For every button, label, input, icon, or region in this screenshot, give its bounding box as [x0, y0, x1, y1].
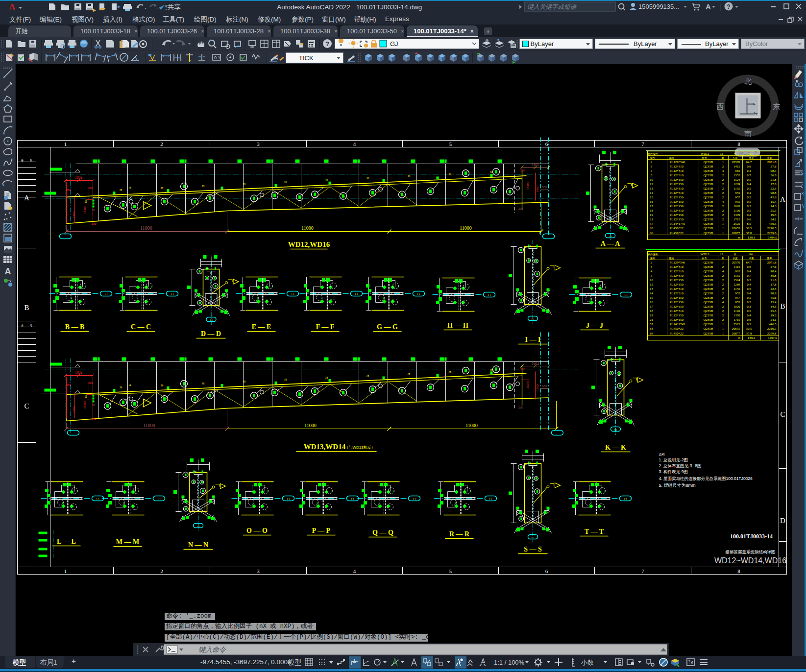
svg-text:Q235B: Q235B [704, 160, 713, 164]
svg-text:P — P: P — P [312, 527, 331, 534]
svg-text:PL12*150: PL12*150 [670, 300, 684, 304]
svg-text:1-1: 1-1 [614, 429, 617, 431]
svg-text:19.3: 19.3 [771, 213, 777, 216]
svg-text:PL12*150: PL12*150 [670, 313, 684, 317]
svg-text:Q235B: Q235B [704, 213, 713, 216]
svg-text:0.4: 0.4 [747, 182, 751, 186]
svg-text:1020: 1020 [733, 204, 740, 208]
svg-text:66: 66 [650, 231, 653, 235]
svg-text:45.6: 45.6 [771, 195, 777, 199]
svg-text:0.6: 0.6 [747, 217, 751, 221]
svg-text:1-1: 1-1 [489, 498, 492, 500]
svg-text:1: 1 [331, 490, 333, 493]
svg-text:2: 2 [722, 213, 724, 216]
svg-text:24.1: 24.1 [771, 318, 777, 321]
svg-text:955: 955 [735, 191, 740, 194]
svg-text:1700: 1700 [72, 212, 75, 218]
svg-text:100.01TJ0033-14.dwg: 100.01TJ0033-14.dwg [356, 3, 422, 11]
svg-text:1802: 1802 [532, 361, 539, 366]
svg-text:3X100: 3X100 [83, 206, 86, 214]
svg-text:200: 200 [88, 381, 93, 384]
svg-text:数: 数 [722, 156, 724, 159]
svg-text:PL450*22: PL450*22 [670, 231, 684, 235]
svg-text:2: 2 [722, 187, 724, 190]
svg-text:重量: 重量 [767, 156, 772, 159]
svg-text:1-1: 1-1 [624, 498, 627, 500]
svg-text:PL12*150: PL12*150 [670, 217, 684, 221]
svg-text:1494.0: 1494.0 [768, 236, 777, 239]
svg-text:J8: J8 [366, 374, 369, 377]
svg-text:1:1 / 100%: 1:1 / 100% [494, 659, 525, 666]
svg-text:m: m [738, 236, 740, 239]
svg-text:J8: J8 [449, 173, 451, 176]
svg-text:18: 18 [650, 209, 653, 212]
svg-text:1: 1 [722, 231, 724, 235]
svg-text:0.3: 0.3 [747, 305, 751, 308]
svg-text:PL12*310: PL12*310 [670, 165, 684, 168]
svg-text:2: 2 [160, 141, 163, 147]
svg-text:PL12*150: PL12*150 [670, 178, 684, 181]
svg-text:5. 焊缝尺寸为8mm: 5. 焊缝尺寸为8mm [659, 483, 696, 488]
svg-text:66: 66 [650, 332, 653, 335]
svg-text:5: 5 [651, 173, 653, 177]
svg-text:1: 1 [722, 226, 724, 230]
svg-text:2: 2 [722, 287, 724, 290]
svg-text:4: 4 [722, 169, 724, 172]
svg-text:A: A [129, 383, 131, 387]
svg-text:21: 21 [650, 217, 653, 221]
svg-text:2: 2 [722, 191, 724, 194]
svg-text:PL12*150: PL12*150 [670, 318, 684, 321]
svg-text:30.5: 30.5 [746, 327, 752, 330]
svg-text:PL12*150: PL12*150 [670, 182, 684, 186]
svg-text:1524: 1524 [733, 178, 740, 181]
svg-text:J8: J8 [243, 183, 245, 186]
svg-text:L — L: L — L [57, 538, 76, 545]
svg-text:11000: 11000 [140, 225, 152, 231]
svg-text:规格: 规格 [669, 156, 674, 160]
svg-text:446.5: 446.5 [769, 222, 777, 225]
svg-text:0.5: 0.5 [747, 309, 751, 312]
svg-text:0.6: 0.6 [747, 318, 751, 321]
svg-text:0.7: 0.7 [747, 173, 751, 177]
svg-text:2: 2 [722, 204, 724, 208]
svg-text:20877: 20877 [732, 332, 741, 335]
svg-text:1497.0: 1497.0 [768, 336, 777, 339]
svg-text:20655: 20655 [732, 226, 741, 230]
svg-text:H — H: H — H [447, 322, 468, 329]
svg-text:4: 4 [651, 169, 653, 172]
svg-text:Q235B: Q235B [704, 226, 713, 230]
svg-text:考: 考 [30, 324, 32, 327]
svg-text:2: 2 [722, 313, 724, 317]
svg-text:PL12*310: PL12*310 [670, 291, 684, 295]
svg-text:K — K: K — K [605, 444, 626, 451]
svg-text:1: 1 [455, 502, 456, 504]
svg-text:J8: J8 [325, 376, 328, 379]
svg-text:Q235B: Q235B [704, 182, 713, 186]
svg-text:04: 04 [749, 252, 753, 256]
svg-text:PL12*310: PL12*310 [670, 173, 684, 177]
svg-text:WD13: WD13 [701, 252, 709, 256]
svg-text:1-1: 1-1 [488, 294, 491, 296]
svg-text:材质: 材质 [702, 257, 708, 260]
svg-text:4: 4 [722, 300, 724, 304]
svg-text:2: 2 [722, 318, 724, 321]
svg-text:PL14*1745: PL14*1745 [670, 322, 685, 326]
svg-text:57: 57 [650, 222, 653, 225]
svg-text:1106: 1106 [733, 309, 740, 312]
svg-text:A: A [274, 55, 278, 62]
svg-text:16: 16 [650, 200, 653, 203]
svg-text:2: 2 [722, 305, 724, 308]
svg-text:（与WD13相反）: （与WD13相反） [344, 445, 375, 450]
svg-text:1-1: 1-1 [104, 293, 108, 295]
svg-text:446.5: 446.5 [769, 322, 777, 326]
svg-text:J8: J8 [366, 177, 369, 180]
svg-text:2071.8: 2071.8 [767, 261, 777, 264]
svg-text:件: 件 [733, 152, 736, 155]
svg-text:2: 2 [722, 283, 724, 286]
svg-text:1: 1 [383, 297, 384, 300]
svg-text:17: 17 [650, 305, 653, 308]
svg-text:1: 1 [317, 502, 318, 504]
svg-text:0.4: 0.4 [747, 191, 751, 194]
svg-text:Q235B: Q235B [704, 173, 713, 177]
svg-text:25.5: 25.5 [771, 209, 777, 212]
